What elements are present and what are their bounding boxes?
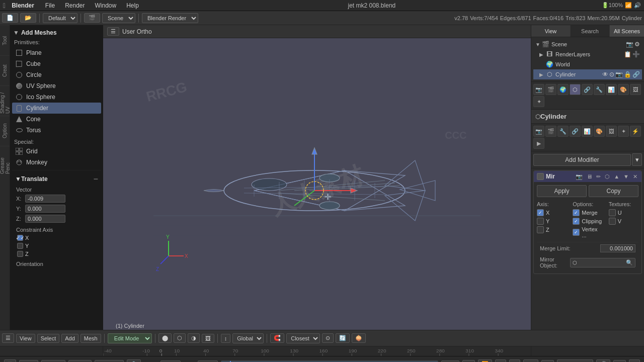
menu-render[interactable]: Render [62,2,88,9]
y-input[interactable] [25,205,65,213]
bt-shade-icon[interactable]: ◑ [188,333,200,343]
prop-scene2[interactable]: 🎬 [545,126,556,137]
tl-playback-btn[interactable]: Playback [95,360,124,363]
tl-icon-btn[interactable]: ☰ [4,359,16,362]
prop-data2[interactable]: 📊 [582,126,593,137]
toolbar-open[interactable]: 📂 [20,13,36,23]
viewport-canvas[interactable]: 人人素材 RRCG CCC [103,38,531,330]
tl-rec-icon[interactable]: ⏺ [613,360,626,363]
mesh-grid[interactable]: Grid [12,146,101,157]
axis-z-checkbox[interactable] [537,226,544,233]
current-frame-input[interactable] [441,360,459,363]
mirror-object-input[interactable]: ⬡ 🔍 [570,258,635,267]
viewport[interactable]: ☰ User Ortho 人人素材 RRCG CCC [103,25,531,330]
tl-lock-icon[interactable]: 🔒 [127,359,141,362]
mesh-uvsphere[interactable]: UV Sphere [12,80,101,92]
v-checkbox[interactable] [609,218,616,225]
merge-checkbox[interactable]: ✓ [573,209,580,216]
cyl-link-icon[interactable]: 🔗 [632,71,640,78]
tl-frame-btn[interactable]: Frame [68,360,92,363]
tab-search[interactable]: Search [571,25,610,37]
tl-prev-btn[interactable]: ⏪ [478,359,492,362]
tree-cylinder[interactable]: ▶ ⬡ Cylinder 👁 ⊙ 📷 🔒 🔗 [533,69,642,79]
prop-tex2[interactable]: 🖼 [606,126,617,137]
tab-view[interactable]: View [531,25,571,37]
axis-x-checkbox[interactable]: ✓ [537,209,544,216]
cyl-render-icon[interactable]: 📷 [615,71,623,78]
prop-scene-icon[interactable]: 🎬 [545,84,556,95]
clipping-checkbox[interactable]: ✓ [573,218,580,225]
prop-tex-icon[interactable]: 🖼 [630,84,641,95]
mesh-cylinder[interactable]: Cylinder [12,103,101,114]
edit-mode-select[interactable]: Edit Mode [108,333,152,343]
end-input[interactable] [198,360,218,363]
mod-down-icon[interactable]: ▼ [622,173,630,179]
prop-anim2[interactable]: ▶ [533,138,544,149]
viewport-menu-btn[interactable]: ☰ [107,27,119,36]
tl-play-btn[interactable]: ▶ [509,359,520,362]
menu-window[interactable]: Window [92,2,120,9]
constraint-x-checkbox[interactable]: ✓ [17,235,23,241]
mesh-cone[interactable]: Cone [12,114,101,125]
timeline-bar[interactable] [221,360,438,363]
mesh-plane[interactable]: Plane [12,47,101,58]
tab-grease[interactable]: Grease Penc [0,146,10,176]
bt-manip-icon[interactable]: ↕ [221,334,231,343]
tl-back-btn[interactable]: ◀ [495,359,506,362]
tl-fwd-btn[interactable]: ▶▶ [523,359,538,362]
translate-collapse-icon[interactable]: – [94,174,98,184]
menu-file[interactable]: File [42,2,58,9]
mod-render-icon[interactable]: 🖥 [586,173,593,179]
mesh-icosphere[interactable]: Ico Sphere [12,92,101,103]
prop-mat2[interactable]: 🎨 [594,126,605,137]
prop-mod2[interactable]: 🔧 [557,126,569,137]
mod-close-icon[interactable]: ✕ [632,173,638,180]
mesh-torus[interactable]: Torus [12,125,101,136]
tab-creat[interactable]: Creat [0,55,10,85]
axis-y-checkbox[interactable] [537,218,544,225]
constraint-z-checkbox[interactable] [17,251,23,257]
add-meshes-header[interactable]: ▼ Add Meshes [12,27,101,38]
mod-edit-icon[interactable]: ✏ [595,173,602,180]
modifier-enable-toggle[interactable] [537,173,544,180]
mirror-obj-picker-icon[interactable]: 🔍 [626,259,633,266]
bt-icon-btn[interactable]: ☰ [2,333,14,343]
prop-data-icon[interactable]: 📊 [606,84,617,95]
mesh-circle[interactable]: Circle [12,69,101,80]
cyl-cursor-icon[interactable]: ⊙ [609,71,614,78]
bt-onion-icon[interactable]: 🧅 [352,333,366,343]
toolbar-new[interactable]: 📄 [2,13,18,23]
mesh-cube[interactable]: Cube [12,58,101,69]
cyl-lock-icon[interactable]: 🔒 [624,71,631,78]
tl-view-btn[interactable]: View [19,360,38,363]
prop-render2[interactable]: 📷 [533,126,544,137]
vertex-checkbox[interactable]: ✓ [573,229,580,236]
x-input[interactable] [25,195,65,203]
mesh-monkey[interactable]: Monkey [12,157,101,168]
copy-button[interactable]: Copy [589,185,638,197]
merge-limit-input[interactable] [600,244,635,252]
prop-obj-icon[interactable]: ⬡ [570,84,581,95]
translate-header[interactable]: ▼ Translate – [14,172,99,186]
mod-up-icon[interactable]: ▲ [613,173,620,179]
prop-modifier-icon[interactable]: 🔧 [594,84,605,95]
u-checkbox[interactable] [609,209,616,216]
bt-mesh-btn[interactable]: Mesh [80,334,101,343]
sync-select[interactable]: No Sync [557,359,593,363]
prop-world-icon[interactable]: 🌍 [557,84,569,95]
tab-option[interactable]: Option [0,116,10,146]
tl-skip-start-btn[interactable]: ⏮ [462,360,475,363]
add-modifier-dropdown[interactable]: ▾ [632,153,642,166]
bt-prop-icon[interactable]: ⊙ [322,333,334,343]
scene-select[interactable]: Scene [102,13,135,23]
tl-skip-end-btn[interactable]: ⏭ [541,360,554,363]
prop-part2[interactable]: ✦ [618,126,629,137]
layout-select[interactable]: Default [43,13,77,23]
tl-keyframe-icon[interactable]: ◆ [629,359,640,362]
bt-add-btn[interactable]: Add [61,334,78,343]
tree-renderlayers[interactable]: ▶ 🎞 RenderLayers 📋 ➕ [533,49,642,59]
z-input[interactable] [25,215,65,223]
bt-wire-icon[interactable]: ⬡ [174,333,186,343]
cyl-eye-icon[interactable]: 👁 [602,71,608,78]
global-select[interactable]: Global [232,333,264,343]
